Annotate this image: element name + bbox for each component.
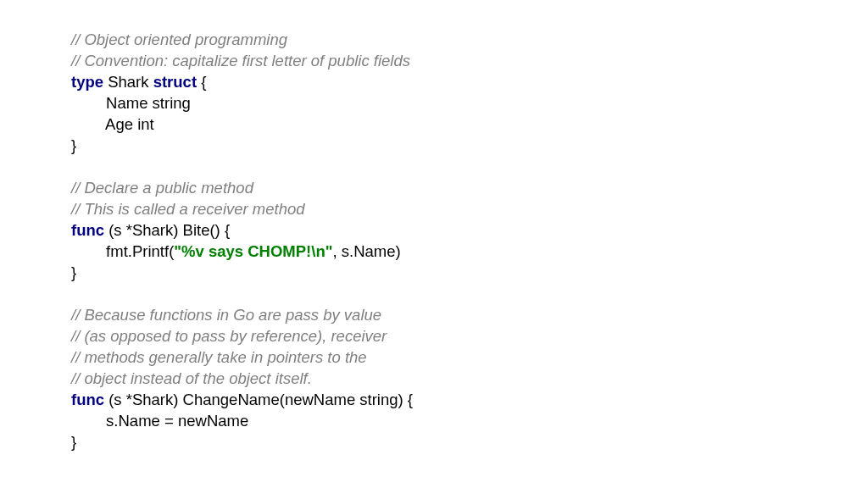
code-line: // This is called a receiver method xyxy=(71,198,800,219)
code-line: // Convention: capitalize first letter o… xyxy=(71,50,800,71)
code-token-plain: , s.Name) xyxy=(332,242,400,260)
code-token-comment: // Convention: capitalize first letter o… xyxy=(71,52,410,69)
code-token-plain: } xyxy=(71,433,76,451)
code-line: s.Name = newName xyxy=(71,410,800,431)
code-line: Name string xyxy=(71,92,800,114)
code-token-plain: Age int xyxy=(71,115,154,133)
code-line: // Declare a public method xyxy=(71,177,800,198)
code-line xyxy=(71,283,800,304)
code-token-string: "%v says CHOMP!\n" xyxy=(174,242,332,260)
code-token-comment: // object instead of the object itself. xyxy=(71,369,312,387)
code-line: // methods generally take in pointers to… xyxy=(71,347,800,368)
code-token-plain: s.Name = newName xyxy=(71,412,248,430)
code-token-keyword: struct xyxy=(153,73,197,91)
code-token-plain: Shark xyxy=(103,73,153,91)
code-token-plain: (s *Shark) ChangeName(newName string) { xyxy=(104,391,413,408)
code-token-comment: // This is called a receiver method xyxy=(71,200,305,218)
code-line: } xyxy=(71,431,800,452)
code-token-comment: // Because functions in Go are pass by v… xyxy=(71,306,381,324)
code-token-keyword: func xyxy=(71,391,104,408)
code-line: // Object oriented programming xyxy=(71,29,800,50)
code-token-plain: (s *Shark) Bite() { xyxy=(104,221,230,239)
code-line xyxy=(71,156,800,177)
code-line: type Shark struct { xyxy=(71,71,800,92)
code-token-comment: // Declare a public method xyxy=(71,179,253,197)
code-token-plain: } xyxy=(71,263,76,281)
code-line: } xyxy=(71,262,800,283)
code-token-plain: { xyxy=(197,73,206,91)
code-token-plain: Name string xyxy=(71,94,191,112)
code-line: Age int xyxy=(71,114,800,135)
code-line: } xyxy=(71,135,800,156)
code-token-comment: // (as opposed to pass by reference), re… xyxy=(71,327,387,345)
code-token-plain: } xyxy=(71,136,76,154)
code-line: func (s *Shark) ChangeName(newName strin… xyxy=(71,389,800,410)
code-line: fmt.Printf("%v says CHOMP!\n", s.Name) xyxy=(71,241,800,262)
code-token-keyword: type xyxy=(71,73,103,91)
code-line: func (s *Shark) Bite() { xyxy=(71,219,800,241)
code-line: // object instead of the object itself. xyxy=(71,368,800,389)
code-block: // Object oriented programming// Convent… xyxy=(71,29,800,452)
code-token-keyword: func xyxy=(71,221,104,239)
code-token-comment: // methods generally take in pointers to… xyxy=(71,348,367,366)
code-line: // (as opposed to pass by reference), re… xyxy=(71,325,800,347)
code-token-plain: fmt.Printf( xyxy=(71,242,174,260)
code-line: // Because functions in Go are pass by v… xyxy=(71,304,800,325)
code-token-comment: // Object oriented programming xyxy=(71,30,287,48)
